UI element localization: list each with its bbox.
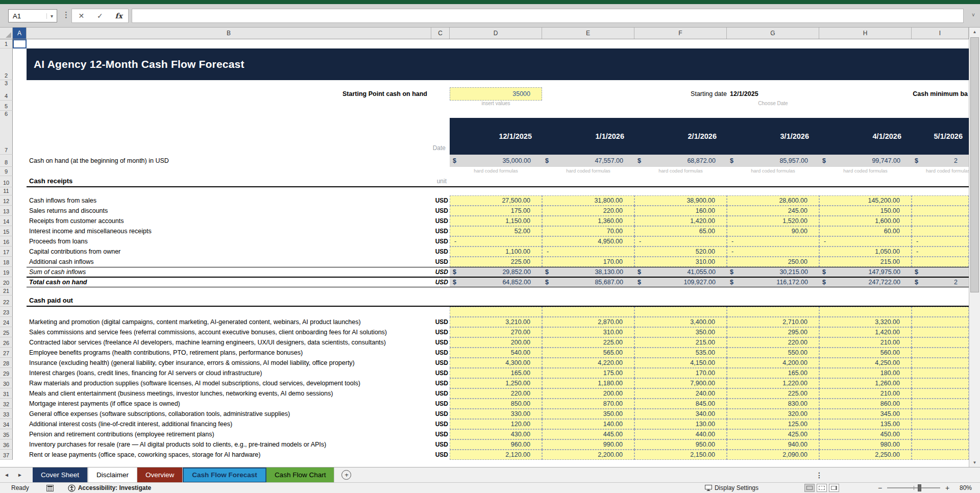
accept-icon[interactable]: ✓	[92, 12, 108, 20]
input-cell[interactable]: 220.00	[542, 206, 634, 216]
tab-cover-sheet[interactable]: Cover Sheet	[33, 467, 88, 483]
sum-of-cash-inflows-label[interactable]: Sum of cash inflows	[27, 267, 431, 277]
input-cell[interactable]: -	[727, 246, 819, 257]
column-header-i[interactable]: I	[912, 28, 969, 39]
input-cell[interactable]: 350.00	[542, 409, 634, 419]
input-cell[interactable]: 270.00	[450, 327, 542, 337]
input-cell[interactable]: 980.00	[819, 439, 912, 450]
input-cell[interactable]: -	[912, 246, 969, 257]
input-cell[interactable]: 4,150.00	[634, 358, 727, 368]
input-cell[interactable]: 220.00	[727, 337, 819, 348]
row-header[interactable]: 32	[0, 399, 13, 409]
input-cell[interactable]	[912, 327, 969, 337]
zoom-in-icon[interactable]: +	[944, 484, 950, 492]
input-cell[interactable]: 2,150.00	[634, 450, 727, 460]
row-header[interactable]: 6	[0, 111, 13, 118]
cash-on-hand-cell[interactable]: $35,000.00	[450, 155, 542, 167]
input-cell[interactable]: 440.00	[634, 429, 727, 439]
line-item-label[interactable]: Insurance (excluding health) (general li…	[27, 358, 431, 368]
input-cell[interactable]	[912, 317, 969, 327]
row-header[interactable]: 18	[0, 257, 13, 267]
row-header[interactable]: 3	[0, 80, 13, 88]
input-cell[interactable]	[912, 226, 969, 236]
input-cell[interactable]: 2,120.00	[450, 450, 542, 460]
line-item-label[interactable]: Receipts from customer accounts	[27, 216, 431, 226]
input-cell[interactable]: 120.00	[450, 419, 542, 429]
input-cell[interactable]: 145,200.00	[819, 195, 912, 206]
name-box-dropdown-icon[interactable]: ▾	[46, 13, 57, 19]
input-cell[interactable]: 990.00	[542, 439, 634, 450]
row-header[interactable]: 26	[0, 337, 13, 348]
input-cell[interactable]: 7,900.00	[634, 378, 727, 388]
input-cell[interactable]: 90.00	[727, 226, 819, 236]
input-cell[interactable]: 1,250.00	[450, 378, 542, 388]
input-cell[interactable]: 850.00	[450, 399, 542, 409]
input-cell[interactable]: 60.00	[819, 226, 912, 236]
input-cell[interactable]: 70.00	[542, 226, 634, 236]
line-item-label[interactable]: General office expenses (software subscr…	[27, 409, 431, 419]
input-cell[interactable]: 27,500.00	[450, 195, 542, 206]
input-cell[interactable]: 4,220.00	[542, 358, 634, 368]
zoom-out-icon[interactable]: −	[877, 484, 883, 492]
input-cell[interactable]	[912, 378, 969, 388]
line-item-label[interactable]: Pension and retirement contributions (em…	[27, 429, 431, 439]
input-cell[interactable]: 4,200.00	[727, 358, 819, 368]
selected-cell-a1[interactable]	[13, 39, 27, 48]
input-cell[interactable]: 125.00	[727, 419, 819, 429]
zoom-level[interactable]: 80%	[954, 484, 972, 491]
add-sheet-button[interactable]: +	[341, 470, 351, 480]
vertical-scrollbar[interactable]: ▲ ▼	[969, 28, 980, 467]
line-item-label[interactable]: Additional cash inflows	[27, 257, 431, 267]
line-item-label[interactable]: Cash inflows from sales	[27, 195, 431, 206]
input-cell[interactable]: 550.00	[727, 348, 819, 358]
input-cell[interactable]: 170.00	[542, 257, 634, 267]
input-cell[interactable]: 150.00	[819, 206, 912, 216]
input-cell[interactable]: -	[912, 236, 969, 246]
input-cell[interactable]	[912, 429, 969, 439]
line-item-label[interactable]: Interest income and miscellaneous receip…	[27, 226, 431, 236]
page-layout-view-icon[interactable]	[817, 484, 827, 492]
input-cell[interactable]: 860.00	[819, 399, 912, 409]
cancel-icon[interactable]: ✕	[74, 12, 89, 20]
total-cash-on-hand-cell[interactable]: $109,927.00	[634, 278, 727, 287]
input-cell[interactable]: 175.00	[450, 206, 542, 216]
sum-of-cash-inflows-cell[interactable]: $147,975.00	[819, 267, 912, 277]
column-header-g[interactable]: G	[727, 28, 819, 39]
formula-bar-expand-icon[interactable]: ˅	[969, 12, 978, 18]
input-cell[interactable]: 350.00	[634, 327, 727, 337]
starting-point-input-cell[interactable]: 35000	[450, 87, 542, 101]
input-cell[interactable]: 960.00	[450, 439, 542, 450]
line-item-label[interactable]: Meals and client entertainment (business…	[27, 388, 431, 399]
input-cell[interactable]: 4,300.00	[450, 358, 542, 368]
input-cell[interactable]: 845.00	[634, 399, 727, 409]
input-cell[interactable]: 65.00	[634, 226, 727, 236]
column-header-c[interactable]: C	[431, 28, 450, 39]
input-cell[interactable]: 31,800.00	[542, 195, 634, 206]
input-cell[interactable]: 245.00	[727, 206, 819, 216]
input-cell[interactable]: 250.00	[727, 257, 819, 267]
line-item-label[interactable]: Contracted labor services (freelance AI …	[27, 337, 431, 348]
input-cell[interactable]	[912, 450, 969, 460]
input-cell[interactable]: 200.00	[450, 337, 542, 348]
cash-receipts-header[interactable]: Cash receipts	[27, 176, 431, 187]
input-cell[interactable]	[912, 358, 969, 368]
row-header[interactable]: 7	[0, 118, 13, 155]
input-cell[interactable]: 130.00	[634, 419, 727, 429]
input-cell-empty[interactable]	[819, 307, 912, 317]
row-header[interactable]: 8	[0, 155, 13, 167]
month-header-cell[interactable]: 2/1/2026	[634, 118, 727, 155]
input-cell[interactable]: 320.00	[727, 409, 819, 419]
insert-function-icon[interactable]: fx	[111, 12, 127, 20]
input-cell-empty[interactable]	[912, 307, 969, 317]
tab-cash-flow-chart[interactable]: Cash Flow Chart	[266, 467, 335, 483]
scroll-down-icon[interactable]: ▼	[969, 458, 980, 467]
line-item-label[interactable]: Sales commissions and service fees (refe…	[27, 327, 431, 337]
month-header-cell[interactable]: 3/1/2026	[727, 118, 819, 155]
input-cell[interactable]: 175.00	[542, 368, 634, 378]
input-cell[interactable]: 2,090.00	[727, 450, 819, 460]
input-cell[interactable]: 38,900.00	[634, 195, 727, 206]
cash-on-hand-label[interactable]: Cash on hand (at the beginning of month)…	[27, 155, 431, 167]
tab-disclaimer[interactable]: Disclaimer	[88, 467, 137, 483]
row-header[interactable]: 34	[0, 419, 13, 429]
input-cell[interactable]: 345.00	[819, 409, 912, 419]
